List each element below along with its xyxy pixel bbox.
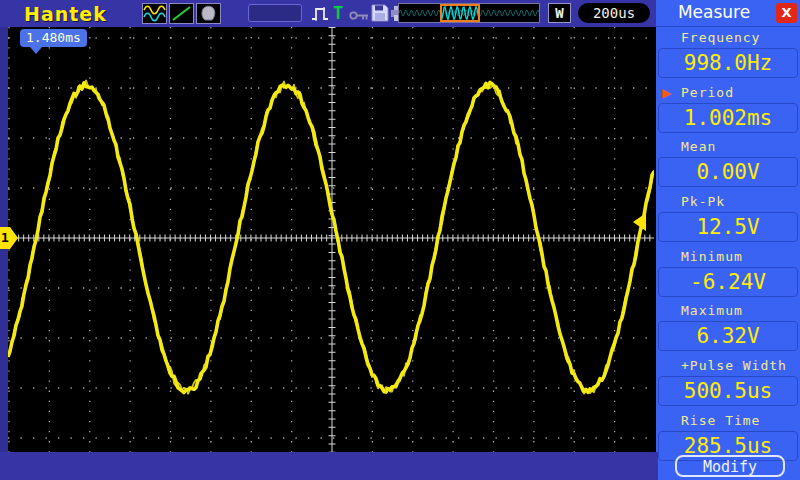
measure-value: 6.32V <box>658 321 798 351</box>
trigger-t-icon[interactable]: T <box>333 3 343 23</box>
measure-label: Period <box>681 85 734 100</box>
trigger-level-marker[interactable] <box>633 213 646 231</box>
brand-logo: Hantek <box>24 3 107 25</box>
measure-value: -6.24V <box>658 267 798 297</box>
measure-label: Minimum <box>681 248 800 266</box>
measure-item-pulse-width[interactable]: +Pulse Width 500.5us <box>656 357 800 410</box>
measure-label: Frequency <box>681 29 800 47</box>
line-icon[interactable] <box>169 3 194 24</box>
channel1-ground-marker[interactable]: 1 <box>0 227 10 249</box>
measure-item-maximum[interactable]: Maximum 6.32V <box>656 302 800 355</box>
measure-label: Rise Time <box>681 412 800 430</box>
measure-label: +Pulse Width <box>681 357 800 375</box>
selected-item-arrow-icon: ▶ <box>662 84 672 102</box>
graticule-and-trace <box>8 27 654 452</box>
dual-wave-icon[interactable] <box>142 3 167 24</box>
save-floppy-icon[interactable] <box>371 4 389 26</box>
measure-item-pkpk[interactable]: Pk-Pk 12.5V <box>656 193 800 246</box>
window-icon[interactable]: W <box>548 3 571 23</box>
acquisition-preview-strip[interactable] <box>398 3 540 23</box>
top-toolbar: Hantek T <box>0 0 658 27</box>
oscilloscope-screen: Hantek T <box>0 0 800 480</box>
timebase-readout[interactable]: 200us <box>578 3 650 23</box>
close-icon[interactable]: X <box>776 3 797 23</box>
measure-item-period[interactable]: ▶Period 1.002ms <box>656 84 800 137</box>
panel-title: Measure <box>656 2 772 22</box>
measure-label: Pk-Pk <box>681 193 800 211</box>
hand-icon[interactable] <box>196 3 221 24</box>
measure-label: Maximum <box>681 302 800 320</box>
measure-item-frequency[interactable]: Frequency 998.0Hz <box>656 29 800 82</box>
measure-panel-header: Measure X <box>656 0 800 27</box>
pulse-icon[interactable] <box>311 3 332 28</box>
status-bar: AC 20 2.00V CH1 560mV 1.00000KHz <box>0 452 658 480</box>
measure-label: Mean <box>681 138 800 156</box>
horizontal-delay-flag[interactable]: 1.480ms <box>20 29 87 47</box>
measure-panel: Measure X Frequency 998.0Hz ▶Period 1.00… <box>656 0 800 480</box>
measure-value: 0.00V <box>658 157 798 187</box>
measure-value: 1.002ms <box>658 103 798 133</box>
measure-value: 998.0Hz <box>658 48 798 78</box>
measure-value: 500.5us <box>658 376 798 406</box>
measure-item-mean[interactable]: Mean 0.00V <box>656 138 800 191</box>
measure-value: 12.5V <box>658 212 798 242</box>
channel1-ground-marker-tip <box>10 227 18 249</box>
horizontal-delay-flag-tip <box>30 47 42 54</box>
input-field[interactable] <box>248 4 302 22</box>
waveform-display: 1.480ms <box>8 27 654 452</box>
measure-item-minimum[interactable]: Minimum -6.24V <box>656 248 800 301</box>
modify-button[interactable]: Modify <box>675 455 785 477</box>
key-icon[interactable] <box>349 7 370 26</box>
